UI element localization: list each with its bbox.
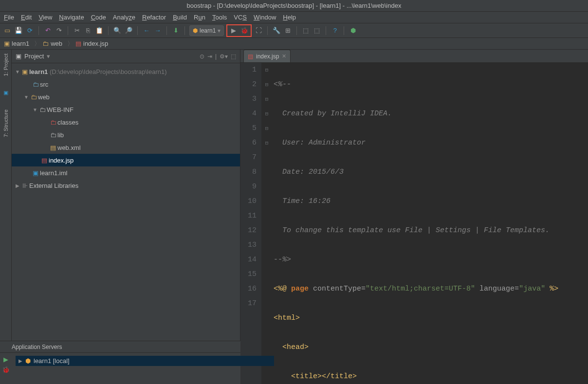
fold-column[interactable]: ⊟⊟⊟⊟⊟⊟ [262,63,272,384]
forward-icon[interactable]: → [153,26,162,35]
collapse-icon[interactable]: ⇥ [207,53,212,60]
gear-icon[interactable]: ⚙▾ [220,53,228,60]
code-content[interactable]: <%-- Created by IntelliJ IDEA. User: Adm… [272,63,588,384]
separator [108,26,109,35]
divider-icon: | [215,53,217,60]
module-icon: ▣ [20,68,29,75]
arrow-icon[interactable]: ▼ [23,94,29,100]
sdk-icon[interactable]: ⬚ [301,26,310,35]
jsp-icon: ▤ [75,40,81,47]
menu-refactor[interactable]: Refactor [142,14,166,21]
breadcrumb-bar: ▣learn1 〉 🗀web 〉 ▤index.jsp [0,38,588,50]
tree-extlib[interactable]: ▶ ⊪ External Libraries [12,179,240,192]
save-icon[interactable]: 💾 [14,26,23,35]
separator [267,26,268,35]
folder-icon: 🗀 [49,119,57,126]
arrow-icon[interactable]: ▼ [32,107,38,112]
breadcrumb-learn1[interactable]: ▣learn1 [4,40,32,47]
menu-view[interactable]: View [38,14,52,21]
tree-lib[interactable]: 🗀 lib [12,128,240,141]
menu-navigate[interactable]: Navigate [59,14,84,21]
module-icon: ▣ [4,40,10,47]
debug-icon[interactable]: 🐞 [2,366,10,373]
find-icon[interactable]: 🔍 [113,26,122,35]
separator [344,26,344,35]
replace-icon[interactable]: 🔎 [124,26,133,35]
arrow-icon[interactable]: ▼ [15,69,20,74]
run-icon[interactable]: ▶ [229,26,238,35]
back-icon[interactable]: ← [142,26,151,35]
menu-run[interactable]: Run [194,14,205,21]
tree-webinf[interactable]: ▼ 🗀 WEB-INF [12,103,240,116]
arrow-icon[interactable]: ▶ [15,183,20,188]
coverage-icon[interactable]: ⛶ [254,26,263,35]
settings-icon[interactable]: 🔧 [272,26,281,35]
server-item[interactable]: ▶ ⬢ learn1 [local] [16,356,274,366]
separator [38,26,39,35]
make-icon[interactable]: ⬇ [171,26,180,35]
jrebel-icon[interactable]: ⬢ [349,26,357,35]
run-configuration-selector[interactable]: ⬢ learn1 ▾ [189,25,224,36]
structure-icon[interactable]: ⊞ [283,26,292,35]
editor-tab-indexjsp[interactable]: ▤ index.jsp ✕ [243,50,291,62]
xml-icon: ▤ [49,144,57,151]
chevron-down-icon: ▾ [218,27,220,34]
menu-file[interactable]: File [4,14,14,21]
tab-structure[interactable]: 7: Structure [3,108,9,139]
tree-classes[interactable]: 🗀 classes [12,116,240,128]
chevron-down-icon[interactable]: ▾ [47,53,50,60]
run-icon[interactable]: ▶ [3,356,8,363]
paste-icon[interactable]: 📋 [95,26,104,35]
menu-analyze[interactable]: Analyze [113,14,135,21]
copy-icon[interactable]: ⎘ [84,26,92,35]
undo-icon[interactable]: ↶ [43,26,52,35]
window-title: boostrap - [D:\develop\IdeaProjects\boos… [0,0,588,12]
folder-icon: 🗀 [31,81,40,88]
menu-vcs[interactable]: VCS [234,14,247,21]
tomcat-icon: ⬢ [25,357,31,365]
refresh-icon[interactable]: ⟳ [25,26,34,35]
tree-root[interactable]: ▼ ▣ learn1 (D:\develop\IdeaProjects\boos… [12,65,240,78]
iml-icon: ▣ [31,169,40,177]
run-debug-highlight: ▶ 🐞 [226,24,252,37]
locate-icon[interactable]: ⊙ [200,53,204,60]
tree-src[interactable]: 🗀 src [12,78,240,91]
tree-iml[interactable]: ▣ learn1.iml [12,166,240,179]
redo-icon[interactable]: ↷ [55,26,63,35]
main-menu: File Edit View Navigate Code Analyze Ref… [0,12,588,23]
menu-code[interactable]: Code [91,14,106,21]
jsp-icon: ▤ [248,53,253,60]
arrow-icon[interactable]: ▶ [18,358,22,364]
run-config-label: learn1 [200,27,216,34]
project-tree[interactable]: ▼ ▣ learn1 (D:\develop\IdeaProjects\boos… [12,63,240,341]
menu-build[interactable]: Build [173,14,187,21]
tab-project[interactable]: 1: Project [3,52,9,78]
separator [166,26,167,35]
menu-tools[interactable]: Tools [212,14,227,21]
breadcrumb-web[interactable]: 🗀web [42,40,65,47]
open-icon[interactable]: ▭ [3,26,12,35]
separator [137,26,138,35]
folder-icon: 🗀 [29,93,38,101]
server-label: learn1 [local] [34,357,70,365]
tree-web[interactable]: ▼ 🗀 web [12,91,240,103]
gutter: 1234567891011121314151617 [240,63,262,384]
menu-window[interactable]: Window [254,14,276,21]
help-icon[interactable]: ? [331,26,339,35]
left-gutter: 1: Project ▣ 7: Structure [0,50,12,341]
project-header: ▣ Project ▾ ⊙ ⇥ | ⚙▾ ⬚ [12,50,240,63]
code-editor[interactable]: 1234567891011121314151617 ⊟⊟⊟⊟⊟⊟ <%-- Cr… [240,63,588,384]
tree-webxml[interactable]: ▤ web.xml [12,141,240,154]
close-icon[interactable]: ✕ [282,53,286,59]
tree-indexjsp[interactable]: ▤ index.jsp [12,154,240,166]
menu-edit[interactable]: Edit [21,14,32,21]
breadcrumb-indexjsp[interactable]: ▤index.jsp [75,40,111,47]
debug-icon[interactable]: 🐞 [240,26,249,35]
jsp-icon: ▤ [40,157,49,164]
android-icon[interactable]: ⬚ [312,26,321,35]
cut-icon[interactable]: ✂ [73,26,81,35]
editor-area: ▤ index.jsp ✕ 1234567891011121314151617 … [240,50,588,341]
separator [296,26,297,35]
menu-help[interactable]: Help [283,14,296,21]
hide-icon[interactable]: ⬚ [231,53,236,60]
